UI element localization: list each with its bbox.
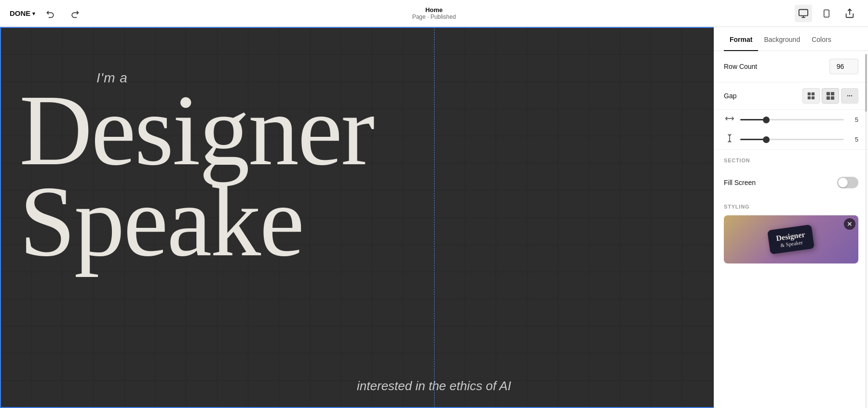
redo-button[interactable] xyxy=(66,5,83,22)
grid-cell xyxy=(682,55,712,81)
gap-more-button[interactable]: ··· xyxy=(841,88,858,104)
grid-cell xyxy=(465,82,495,108)
grid-cell xyxy=(156,354,186,380)
mobile-icon xyxy=(822,8,831,19)
grid-cell xyxy=(528,272,557,298)
grid-cell xyxy=(465,272,495,298)
grid-cell xyxy=(404,55,434,81)
topbar: DONE ▾ Home Page · Published xyxy=(0,0,868,27)
grid-cell xyxy=(682,354,712,380)
grid-cell xyxy=(311,272,340,298)
grid-cell xyxy=(404,327,434,353)
settings-panel: Format Background Colors Row Count Gap xyxy=(714,27,868,408)
grid-cell xyxy=(651,272,681,298)
grid-cell xyxy=(63,300,93,326)
canvas-area[interactable]: // Generate grid cells const gridContain… xyxy=(0,27,868,408)
grid-cell xyxy=(558,272,588,298)
page-title: Home xyxy=(412,6,456,14)
desktop-view-button[interactable] xyxy=(795,5,812,22)
gap-label: Gap xyxy=(724,92,802,100)
grid-cell xyxy=(620,109,650,135)
grid-cell xyxy=(651,354,681,380)
horizontal-gap-row: 5 xyxy=(714,110,868,130)
vertical-gap-icon xyxy=(724,133,735,145)
page-status: Page · Published xyxy=(412,13,456,20)
svg-rect-8 xyxy=(808,96,811,99)
grid-cell xyxy=(651,109,681,135)
vertical-gap-value: 5 xyxy=(849,136,858,143)
close-thumbnail-button[interactable]: ✕ xyxy=(844,218,855,230)
gap-buttons: ··· xyxy=(802,88,858,104)
grid-cell xyxy=(218,327,248,353)
grid-cell xyxy=(434,354,464,380)
share-icon xyxy=(844,8,855,19)
grid-cell xyxy=(373,28,403,54)
tab-colors[interactable]: Colors xyxy=(806,27,837,51)
row-count-input[interactable] xyxy=(829,59,858,74)
grid-cell xyxy=(651,82,681,108)
grid-cell xyxy=(651,164,681,190)
grid-cell xyxy=(651,245,681,271)
grid-cell xyxy=(651,136,681,162)
svg-rect-6 xyxy=(808,92,811,95)
grid-cell xyxy=(496,164,526,190)
gap-small-button[interactable] xyxy=(802,88,820,104)
grid-cell xyxy=(32,300,62,326)
panel-tabs: Format Background Colors xyxy=(714,27,868,51)
grid-cell xyxy=(373,55,403,81)
fill-screen-toggle[interactable] xyxy=(837,177,858,188)
vertical-gap-row: 5 xyxy=(714,130,868,149)
undo-button[interactable] xyxy=(42,5,59,22)
grid-cell xyxy=(620,327,650,353)
topbar-left: DONE ▾ xyxy=(10,5,83,22)
horizontal-gap-slider[interactable] xyxy=(740,119,844,120)
grid-cell xyxy=(63,381,93,407)
grid-cell xyxy=(311,327,340,353)
grid-cell xyxy=(589,136,619,162)
grid-cell xyxy=(682,164,712,190)
grid-cell xyxy=(496,300,526,326)
mobile-view-button[interactable] xyxy=(818,5,835,22)
styling-section: STYLING Designer & Speaker ✕ xyxy=(714,196,868,271)
grid-cell xyxy=(434,191,464,217)
grid-cell xyxy=(1,300,31,326)
grid-cell xyxy=(496,191,526,217)
grid-cell xyxy=(311,28,340,54)
grid-cell xyxy=(651,300,681,326)
grid-cell xyxy=(373,109,403,135)
panel-scrollbar[interactable] xyxy=(865,54,867,408)
grid-cell xyxy=(63,28,93,54)
done-label: DONE xyxy=(10,9,30,17)
grid-cell xyxy=(620,300,650,326)
grid-cell xyxy=(434,136,464,162)
grid-cell xyxy=(280,300,310,326)
grid-cell xyxy=(156,327,186,353)
tab-background[interactable]: Background xyxy=(758,27,806,51)
section-divider: SECTION xyxy=(714,149,868,163)
gap-row: Gap xyxy=(714,82,868,110)
grid-cell xyxy=(404,272,434,298)
grid-cell xyxy=(32,381,62,407)
grid-cell xyxy=(465,109,495,135)
done-button[interactable]: DONE ▾ xyxy=(10,9,35,17)
grid-cell xyxy=(496,272,526,298)
grid-cell xyxy=(528,300,557,326)
grid-cell xyxy=(558,28,588,54)
gap-medium-button[interactable] xyxy=(822,88,839,104)
grid-cell xyxy=(620,245,650,271)
tab-format[interactable]: Format xyxy=(724,27,758,51)
share-button[interactable] xyxy=(841,5,858,22)
grid-cell xyxy=(528,245,557,271)
grid-cell xyxy=(404,354,434,380)
grid-cell xyxy=(94,381,124,407)
grid-cell xyxy=(496,55,526,81)
grid-cell xyxy=(373,136,403,162)
grid-cell xyxy=(156,300,186,326)
vertical-gap-slider[interactable] xyxy=(740,139,844,140)
style-thumbnail[interactable]: Designer & Speaker ✕ xyxy=(724,215,858,263)
grid-cell xyxy=(404,218,434,244)
grid-cell xyxy=(589,272,619,298)
row-count-label: Row Count xyxy=(724,63,757,70)
svg-rect-9 xyxy=(812,96,814,99)
desktop-icon xyxy=(798,8,809,19)
